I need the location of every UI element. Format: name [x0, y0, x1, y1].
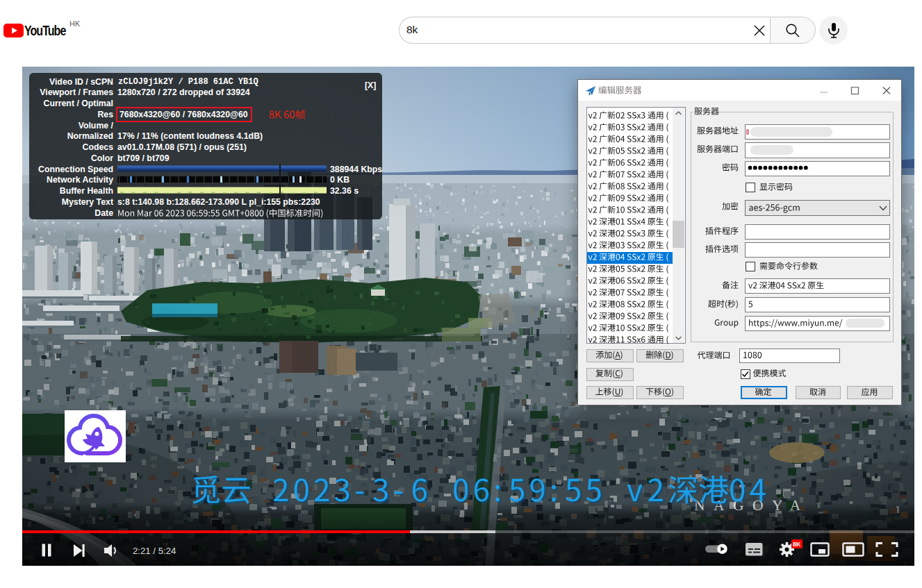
svg-text:8K: 8K	[793, 541, 801, 548]
svg-text:2:21 / 5:24: 2:21 / 5:24	[133, 546, 176, 556]
